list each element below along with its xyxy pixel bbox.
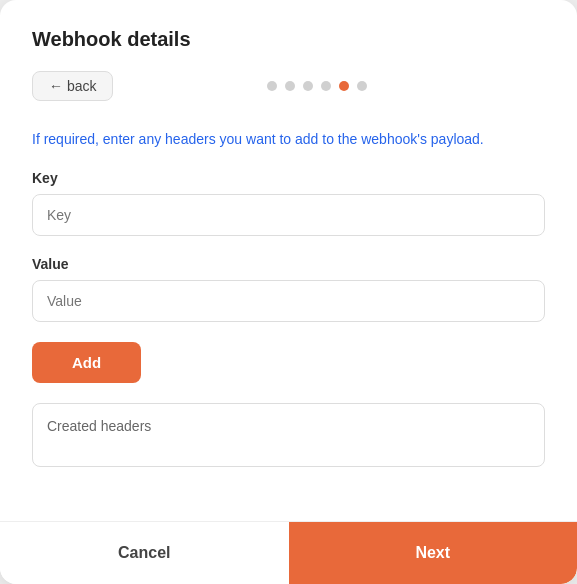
info-text: If required, enter any headers you want … [32, 129, 545, 150]
key-input[interactable] [32, 194, 545, 236]
value-label: Value [32, 256, 545, 272]
modal-body: Webhook details ← back If required, ente… [0, 0, 577, 521]
key-label: Key [32, 170, 545, 186]
nav-row: ← back [32, 71, 545, 101]
dot-5-active [339, 81, 349, 91]
modal-footer: Cancel Next [0, 521, 577, 584]
created-headers-box: Created headers [32, 403, 545, 467]
webhook-modal: Webhook details ← back If required, ente… [0, 0, 577, 584]
back-button[interactable]: ← back [32, 71, 113, 101]
cancel-button[interactable]: Cancel [0, 522, 289, 584]
dot-1 [267, 81, 277, 91]
value-input[interactable] [32, 280, 545, 322]
dot-4 [321, 81, 331, 91]
dot-2 [285, 81, 295, 91]
progress-dots [267, 81, 391, 91]
next-button[interactable]: Next [289, 522, 578, 584]
modal-title: Webhook details [32, 28, 545, 51]
add-button[interactable]: Add [32, 342, 141, 383]
dot-6 [357, 81, 367, 91]
created-headers-label: Created headers [47, 418, 151, 434]
dot-3 [303, 81, 313, 91]
